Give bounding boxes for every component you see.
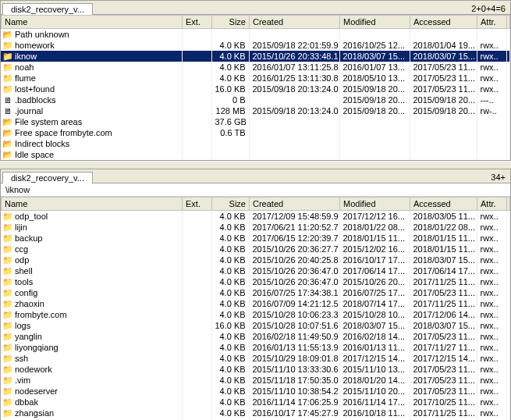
table-row[interactable]: 📁liyongqiang4.0 KB2016/01/13 11:55:13.92… — [1, 342, 510, 353]
row-name: odp_tool — [15, 212, 48, 221]
col-header-accessed[interactable]: Accessed — [410, 16, 477, 29]
row-modified: 2015/09/18 20... — [339, 84, 410, 94]
folder-icon: 📁 — [2, 342, 13, 353]
table-row[interactable]: 📂Idle space — [1, 149, 510, 160]
row-size: 4.0 KB — [211, 62, 249, 73]
row-size: 4.0 KB — [211, 353, 249, 364]
row-ext — [182, 309, 211, 320]
row-attr: rwx.. — [477, 222, 506, 233]
row-ext — [182, 94, 211, 105]
row-size — [211, 149, 249, 160]
table-row[interactable]: 📁config4.0 KB2016/07/25 17:34:38.12016/0… — [1, 287, 510, 298]
col-header-accessed[interactable]: Accessed — [410, 198, 477, 211]
folder-icon: 📁 — [2, 265, 13, 276]
row-name: nodeserver — [15, 386, 58, 396]
table-row[interactable]: 📂Path unknown — [1, 29, 510, 40]
table-row[interactable]: 📁dbbak4.0 KB2016/11/14 17:06:25.92016/11… — [1, 397, 510, 408]
table-row[interactable]: 📁logs16.0 KB2015/10/28 10:07:51.62018/03… — [1, 320, 510, 331]
table-row[interactable]: 📁odp4.0 KB2015/10/26 20:40:25.82016/10/1… — [1, 254, 510, 265]
row-attr: rwx.. — [477, 375, 506, 386]
folder-icon: 📁 — [2, 62, 13, 73]
col-header-name[interactable]: Name — [2, 16, 183, 29]
table-row[interactable]: 📁iknow4.0 KB2015/10/26 20:33:48.12018/03… — [1, 51, 510, 62]
dir-icon: 📂 — [2, 127, 13, 138]
row-size: 4.0 KB — [211, 254, 249, 265]
top-scroll[interactable]: 📂Path unknown📁homework4.0 KB2015/09/18 2… — [1, 29, 510, 160]
row-accessed: 2017/12/15 14... — [410, 353, 477, 364]
row-accessed: 2017/05/23 11... — [410, 364, 477, 375]
table-row[interactable]: 📁lijin4.0 KB2017/06/21 11:20:52.72018/01… — [1, 222, 510, 233]
row-modified: 2016/11/14 17... — [339, 397, 410, 408]
table-row[interactable]: 📁backup4.0 KB2017/06/15 12:20:39.72018/0… — [1, 233, 510, 244]
folder-icon: 📁 — [2, 309, 13, 320]
col-header-size[interactable]: Size — [212, 198, 250, 211]
row-size: 4.0 KB — [211, 331, 249, 342]
row-accessed: 2017/11/25 11... — [410, 408, 477, 418]
col-header-sect[interactable]: 1st sect — [507, 16, 510, 29]
table-row[interactable]: 📂File system areas37.6 GB0 — [1, 116, 510, 127]
table-row[interactable]: 📁zhaoxin4.0 KB2016/07/09 14:21:12.52018/… — [1, 298, 510, 309]
col-header-sect[interactable]: 1st sect — [507, 198, 510, 211]
top-tab[interactable]: disk2_recovery_v... — [2, 3, 93, 15]
col-header-modified[interactable]: Modified — [340, 198, 410, 211]
row-sect: 482,4 — [506, 62, 510, 73]
row-attr: rwx.. — [477, 40, 506, 51]
row-modified: 2016/10/25 12... — [339, 40, 410, 51]
table-row[interactable]: 📁shell4.0 KB2015/10/26 20:36:47.02017/06… — [1, 265, 510, 276]
table-row[interactable]: 📁nodework4.0 KB2015/11/10 13:33:30.62015… — [1, 364, 510, 375]
row-created: 2015/10/28 10:07:51.6 — [249, 320, 339, 331]
row-attr: rwx.. — [477, 298, 506, 309]
bottom-scroll[interactable]: 📁odp_tool4.0 KB2017/12/09 15:48:59.92017… — [1, 211, 510, 420]
row-sect: 1,434... — [506, 397, 510, 408]
table-row[interactable]: 📁ssh4.0 KB2015/10/29 18:09:01.82017/12/1… — [1, 353, 510, 364]
top-pane: disk2_recovery_v... 2+0+4=6 Name Ext. Si… — [0, 0, 511, 161]
table-row[interactable]: 📁noah4.0 KB2016/01/07 13:11:25.82016/01/… — [1, 62, 510, 73]
folder-icon: 📁 — [2, 298, 13, 309]
col-header-ext[interactable]: Ext. — [183, 198, 212, 211]
table-row[interactable]: 📁lost+found16.0 KB2015/09/18 20:13:24.02… — [1, 84, 510, 94]
row-name: logs — [15, 321, 30, 330]
col-header-created[interactable]: Created — [250, 198, 340, 211]
row-accessed: 2017/05/23 11... — [410, 331, 477, 342]
col-header-created[interactable]: Created — [250, 16, 340, 29]
row-accessed: 2017/05/23 11... — [410, 386, 477, 397]
row-modified: 2016/07/25 17... — [339, 287, 410, 298]
folder-icon: 📁 — [2, 51, 13, 62]
table-row[interactable]: 📁odp_tool4.0 KB2017/12/09 15:48:59.92017… — [1, 211, 510, 222]
row-created — [249, 127, 339, 138]
col-header-modified[interactable]: Modified — [340, 16, 410, 29]
row-size: 4.0 KB — [211, 276, 249, 287]
bottom-tab[interactable]: disk2_recovery_v... — [2, 172, 93, 183]
table-row[interactable]: 📁.vim4.0 KB2015/11/18 17:50:35.02018/01/… — [1, 375, 510, 386]
col-header-size[interactable]: Size — [212, 16, 250, 29]
row-name: zhangsian — [15, 408, 54, 418]
table-row[interactable]: 📁tools4.0 KB2015/10/26 20:36:47.02015/10… — [1, 276, 510, 287]
table-row[interactable]: 📁flume4.0 KB2016/01/25 13:11:30.82018/05… — [1, 73, 510, 84]
row-modified: 2016/01/07 13... — [339, 62, 410, 73]
table-row[interactable]: 📁nodeserver4.0 KB2015/11/10 10:38:54.220… — [1, 386, 510, 397]
table-row[interactable]: 🗎.badblocks0 B2015/09/18 20...2015/09/18… — [1, 94, 510, 105]
table-row[interactable]: 📁yanglin4.0 KB2016/02/18 11:49:50.92016/… — [1, 331, 510, 342]
row-attr: rwx.. — [477, 265, 506, 276]
row-sect — [506, 29, 510, 40]
row-modified: 2015/11/10 13... — [339, 364, 410, 375]
table-row[interactable]: 🗎.journal128 MB2015/09/18 20:13:24.02015… — [1, 105, 510, 116]
col-header-name[interactable]: Name — [2, 198, 183, 211]
col-header-ext[interactable]: Ext. — [183, 16, 212, 29]
row-created: 2015/10/29 18:09:01.8 — [249, 353, 339, 364]
row-ext — [182, 353, 211, 364]
table-row[interactable]: 📂Indirect blocks — [1, 138, 510, 149]
table-row[interactable]: 📁frombyte.com4.0 KB2015/10/28 10:06:23.3… — [1, 309, 510, 320]
bottom-tabbar: disk2_recovery_v... 34+ — [1, 169, 510, 183]
row-created: 2015/11/18 17:50:35.0 — [249, 375, 339, 386]
table-row[interactable]: 📁homework4.0 KB2015/09/18 22:01:59.92016… — [1, 40, 510, 51]
col-header-attr[interactable]: Attr. — [477, 16, 507, 29]
table-row[interactable]: 📁zhangsian4.0 KB2016/10/17 17:45:27.9201… — [1, 408, 510, 418]
row-name: odp — [15, 255, 29, 265]
row-attr: rwx.. — [477, 320, 506, 331]
table-row[interactable]: 📁ccg4.0 KB2015/10/26 20:36:27.72015/12/0… — [1, 244, 510, 254]
table-row[interactable]: 📂Free space frombyte.com0.6 TB — [1, 127, 510, 138]
row-accessed: 2018/03/07 15... — [410, 51, 477, 62]
row-ext — [182, 149, 211, 160]
col-header-attr[interactable]: Attr. — [477, 198, 507, 211]
